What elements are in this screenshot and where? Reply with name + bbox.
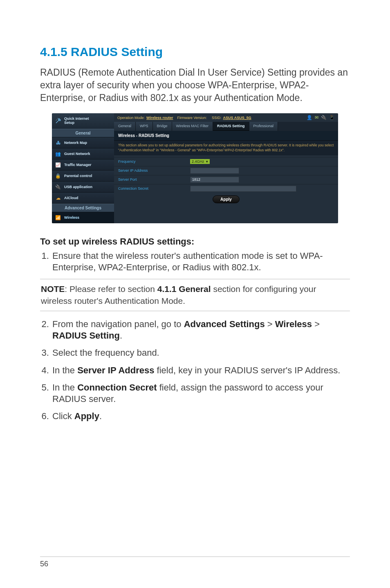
step-5: In the Connection Secret field, assign t… bbox=[52, 382, 350, 405]
intro-paragraph: RADIUS (Remote Authentication Dial In Us… bbox=[40, 66, 350, 104]
usb-application-icon: 🔌 bbox=[55, 184, 61, 190]
wand-icon bbox=[55, 117, 62, 125]
server-port-input[interactable] bbox=[190, 177, 239, 183]
status-bar: Operation Mode: Wireless router Firmware… bbox=[114, 113, 338, 122]
sidebar-item-guest-network[interactable]: 👥 Guest Network bbox=[52, 148, 114, 159]
sidebar-item-label: Wireless bbox=[64, 215, 79, 220]
note-label: NOTE bbox=[41, 284, 65, 294]
step-6: Click Apply. bbox=[52, 411, 350, 422]
section-heading: 4.1.5 RADIUS Setting bbox=[40, 45, 350, 59]
page-number: 56 bbox=[40, 560, 48, 568]
panel-title: Wireless - RADIUS Setting bbox=[114, 131, 338, 141]
sidebar-item-wireless[interactable]: 📶 Wireless bbox=[52, 212, 114, 223]
tab-wireless-mac-filter[interactable]: Wireless MAC Filter bbox=[172, 122, 213, 131]
status-icons: 👤 ✉ 🔌 📱 bbox=[307, 115, 335, 120]
device-icon[interactable]: 📱 bbox=[329, 115, 335, 120]
ssid-label: SSID: bbox=[212, 116, 222, 120]
aicloud-icon: ☁ bbox=[55, 195, 61, 201]
panel-description: This section allows you to set up additi… bbox=[114, 141, 338, 155]
chevron-down-icon: ▾ bbox=[206, 159, 208, 164]
row-server-ip: Server IP Address bbox=[114, 166, 338, 175]
note-box: NOTE: Please refer to section 4.1.1 Gene… bbox=[40, 279, 350, 311]
sidebar-item-usb-application[interactable]: 🔌 USB application bbox=[52, 182, 114, 193]
sidebar-item-label: Traffic Manager bbox=[64, 163, 92, 167]
network-map-icon: 🖧 bbox=[55, 140, 61, 146]
note-text-pre: : Please refer to section bbox=[65, 284, 157, 294]
usb-icon[interactable]: 🔌 bbox=[321, 115, 327, 120]
row-server-port: Server Port bbox=[114, 175, 338, 184]
user-icon[interactable]: 👤 bbox=[307, 115, 312, 120]
parental-control-icon: 🔒 bbox=[55, 173, 61, 179]
connection-secret-input[interactable] bbox=[190, 186, 296, 192]
tab-general[interactable]: General bbox=[114, 122, 136, 131]
sidebar-item-traffic-manager[interactable]: 📈 Traffic Manager bbox=[52, 159, 114, 171]
step-4: In the Server IP Address field, key in y… bbox=[52, 365, 350, 376]
step-2: From the navigation panel, go to Advance… bbox=[52, 319, 350, 341]
traffic-manager-icon: 📈 bbox=[55, 162, 61, 168]
mail-icon[interactable]: ✉ bbox=[315, 115, 318, 120]
ssid-value[interactable]: ASUS ASUS_5G bbox=[223, 116, 251, 120]
row-frequency: Frequency 2.4GHz ▾ bbox=[114, 157, 338, 166]
sidebar-item-parental-control[interactable]: 🔒 Parental control bbox=[52, 171, 114, 182]
footer-rule bbox=[40, 557, 350, 557]
tab-bar: General WPS Bridge Wireless MAC Filter R… bbox=[114, 122, 338, 131]
sidebar-header-advanced: Advanced Settings bbox=[52, 204, 114, 212]
sidebar-item-label: Guest Network bbox=[64, 152, 90, 156]
server-port-label: Server Port bbox=[114, 176, 188, 183]
router-admin-ui: Quick Internet Setup General 🖧 Network M… bbox=[52, 113, 338, 223]
router-main: Operation Mode: Wireless router Firmware… bbox=[114, 113, 338, 223]
note-bold: 4.1.1 General bbox=[157, 284, 211, 294]
guest-network-icon: 👥 bbox=[55, 151, 61, 157]
frequency-label: Frequency bbox=[114, 158, 188, 165]
apply-button[interactable]: Apply bbox=[213, 195, 240, 203]
tab-professional[interactable]: Professional bbox=[249, 122, 278, 131]
firmware-version-label: Firmware Version: bbox=[177, 116, 207, 120]
operation-mode-value[interactable]: Wireless router bbox=[146, 116, 173, 120]
connection-secret-label: Connection Secret bbox=[114, 185, 188, 192]
sidebar-item-aicloud[interactable]: ☁ AiCloud bbox=[52, 193, 114, 204]
quick-setup-label: Quick Internet Setup bbox=[64, 117, 89, 125]
sidebar-item-label: AiCloud bbox=[64, 196, 78, 200]
row-connection-secret: Connection Secret bbox=[114, 184, 338, 193]
frequency-select[interactable]: 2.4GHz ▾ bbox=[190, 159, 210, 164]
quick-internet-setup[interactable]: Quick Internet Setup bbox=[52, 113, 114, 129]
sidebar-item-network-map[interactable]: 🖧 Network Map bbox=[52, 137, 114, 148]
tab-bridge[interactable]: Bridge bbox=[153, 122, 172, 131]
tab-radius-setting[interactable]: RADIUS Setting bbox=[213, 122, 249, 131]
frequency-value: 2.4GHz bbox=[192, 159, 204, 164]
sidebar-item-label: Parental control bbox=[64, 174, 92, 178]
step-1: Ensure that the wireless router's authen… bbox=[52, 250, 350, 273]
operation-mode-label: Operation Mode: bbox=[117, 116, 145, 120]
server-ip-input[interactable] bbox=[190, 168, 239, 174]
sidebar-header-general: General bbox=[52, 129, 114, 137]
sidebar-item-label: USB application bbox=[64, 185, 92, 189]
router-sidebar: Quick Internet Setup General 🖧 Network M… bbox=[52, 113, 114, 223]
step-3: Select the frequency band. bbox=[52, 347, 350, 359]
sidebar-item-label: Network Map bbox=[64, 141, 87, 145]
wireless-icon: 📶 bbox=[55, 215, 61, 220]
tab-wps[interactable]: WPS bbox=[136, 122, 153, 131]
steps-title: To set up wireless RADIUS settings: bbox=[40, 236, 350, 247]
server-ip-label: Server IP Address bbox=[114, 167, 188, 174]
